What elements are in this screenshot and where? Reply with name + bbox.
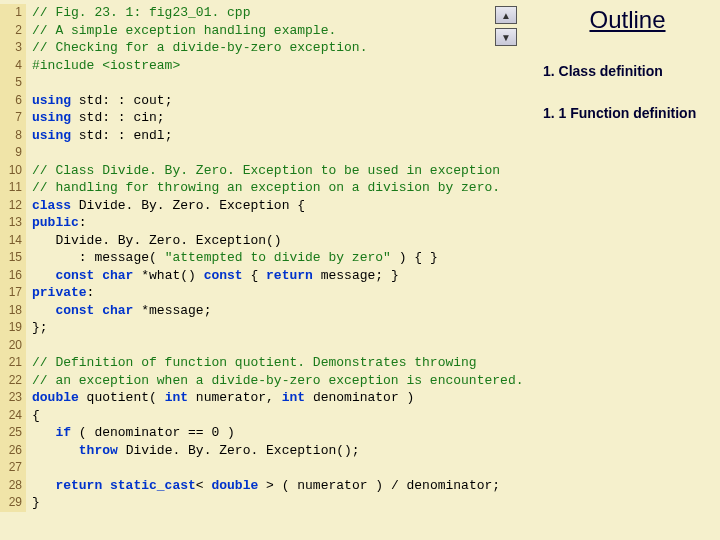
line-number: 5 xyxy=(0,74,26,92)
code-token: : message( xyxy=(32,250,165,265)
code-token xyxy=(32,443,79,458)
outline-title: Outline xyxy=(543,6,712,34)
line-number: 1 xyxy=(0,4,26,22)
code-token: const char xyxy=(55,268,133,283)
code-token: return static_cast xyxy=(55,478,195,493)
code-token: }; xyxy=(32,320,48,335)
code-token: "attempted to divide by zero" xyxy=(165,250,391,265)
line-number: 12 xyxy=(0,197,26,215)
line-number: 27 xyxy=(0,459,26,477)
code-token: public xyxy=(32,215,79,230)
code-token: Divide. By. Zero. Exception(); xyxy=(118,443,360,458)
code-token: numerator, xyxy=(188,390,282,405)
code-content: const char *message; xyxy=(26,302,211,320)
code-token: : xyxy=(87,285,95,300)
code-token: using xyxy=(32,110,71,125)
line-number: 4 xyxy=(0,57,26,75)
code-token: // Class Divide. By. Zero. Exception to … xyxy=(32,163,500,178)
code-token: // handling for throwing an exception on… xyxy=(32,180,500,195)
line-number: 24 xyxy=(0,407,26,425)
line-number: 17 xyxy=(0,284,26,302)
code-token: using xyxy=(32,128,71,143)
code-content xyxy=(26,459,32,477)
code-token: return xyxy=(266,268,313,283)
code-token: : xyxy=(79,215,87,230)
nav-up-button[interactable]: ▲ xyxy=(495,6,517,24)
code-token: if xyxy=(55,425,71,440)
outline-item-function-definition[interactable]: 1. 1 Function definition xyxy=(543,104,712,122)
code-content: public: xyxy=(26,214,87,232)
line-number: 28 xyxy=(0,477,26,495)
outline-sidebar: ▲ ▼ Outline 1. Class definition 1. 1 Fun… xyxy=(535,0,720,540)
code-content: // Checking for a divide-by-zero excepti… xyxy=(26,39,367,57)
code-content: // Fig. 23. 1: fig23_01. cpp xyxy=(26,4,250,22)
code-content: // handling for throwing an exception on… xyxy=(26,179,500,197)
code-token: std: : cout; xyxy=(71,93,172,108)
code-token: message; } xyxy=(313,268,399,283)
code-token: < xyxy=(196,478,212,493)
line-number: 15 xyxy=(0,249,26,267)
line-number: 22 xyxy=(0,372,26,390)
code-token: int xyxy=(165,390,188,405)
line-number: 3 xyxy=(0,39,26,57)
code-content xyxy=(26,74,32,92)
code-token: *message; xyxy=(133,303,211,318)
line-number: 19 xyxy=(0,319,26,337)
code-token xyxy=(32,303,55,318)
code-token: Divide. By. Zero. Exception() xyxy=(32,233,282,248)
line-number: 11 xyxy=(0,179,26,197)
line-number: 6 xyxy=(0,92,26,110)
line-number: 21 xyxy=(0,354,26,372)
line-number: 18 xyxy=(0,302,26,320)
code-token: // Definition of function quotient. Demo… xyxy=(32,355,477,370)
code-token: > ( numerator ) / denominator; xyxy=(258,478,500,493)
code-content: using std: : cout; xyxy=(26,92,172,110)
code-token: #include <iostream> xyxy=(32,58,180,73)
code-token: class xyxy=(32,198,71,213)
line-number: 23 xyxy=(0,389,26,407)
line-number: 16 xyxy=(0,267,26,285)
line-number: 26 xyxy=(0,442,26,460)
code-token: ( denominator == 0 ) xyxy=(71,425,235,440)
outline-item-class-definition[interactable]: 1. Class definition xyxy=(543,62,712,80)
code-token: double xyxy=(32,390,79,405)
code-token: using xyxy=(32,93,71,108)
code-token: throw xyxy=(79,443,118,458)
nav-buttons: ▲ ▼ xyxy=(495,6,517,46)
code-token: // an exception when a divide-by-zero ex… xyxy=(32,373,523,388)
line-number: 13 xyxy=(0,214,26,232)
line-number: 8 xyxy=(0,127,26,145)
nav-down-button[interactable]: ▼ xyxy=(495,28,517,46)
line-number: 2 xyxy=(0,22,26,40)
code-token: { xyxy=(243,268,266,283)
code-token xyxy=(32,478,55,493)
code-content xyxy=(26,144,32,162)
code-token: const xyxy=(204,268,243,283)
code-content: // Class Divide. By. Zero. Exception to … xyxy=(26,162,500,180)
code-token: *what() xyxy=(133,268,203,283)
line-number: 9 xyxy=(0,144,26,162)
code-content: Divide. By. Zero. Exception() xyxy=(26,232,282,250)
code-content: } xyxy=(26,494,40,512)
code-token xyxy=(32,268,55,283)
line-number: 7 xyxy=(0,109,26,127)
code-token xyxy=(32,425,55,440)
code-content: class Divide. By. Zero. Exception { xyxy=(26,197,305,215)
code-token: std: : endl; xyxy=(71,128,172,143)
line-number: 10 xyxy=(0,162,26,180)
code-content xyxy=(26,337,32,355)
code-token: } xyxy=(32,495,40,510)
code-content: if ( denominator == 0 ) xyxy=(26,424,235,442)
code-content: // Definition of function quotient. Demo… xyxy=(26,354,477,372)
code-content: using std: : endl; xyxy=(26,127,172,145)
code-token: // A simple exception handling example. xyxy=(32,23,336,38)
code-content: // A simple exception handling example. xyxy=(26,22,336,40)
line-number: 14 xyxy=(0,232,26,250)
code-token: denominator ) xyxy=(305,390,414,405)
code-token: int xyxy=(282,390,305,405)
code-content: // an exception when a divide-by-zero ex… xyxy=(26,372,523,390)
code-content: #include <iostream> xyxy=(26,57,180,75)
code-content: { xyxy=(26,407,40,425)
code-content: : message( "attempted to divide by zero"… xyxy=(26,249,438,267)
code-content: }; xyxy=(26,319,48,337)
